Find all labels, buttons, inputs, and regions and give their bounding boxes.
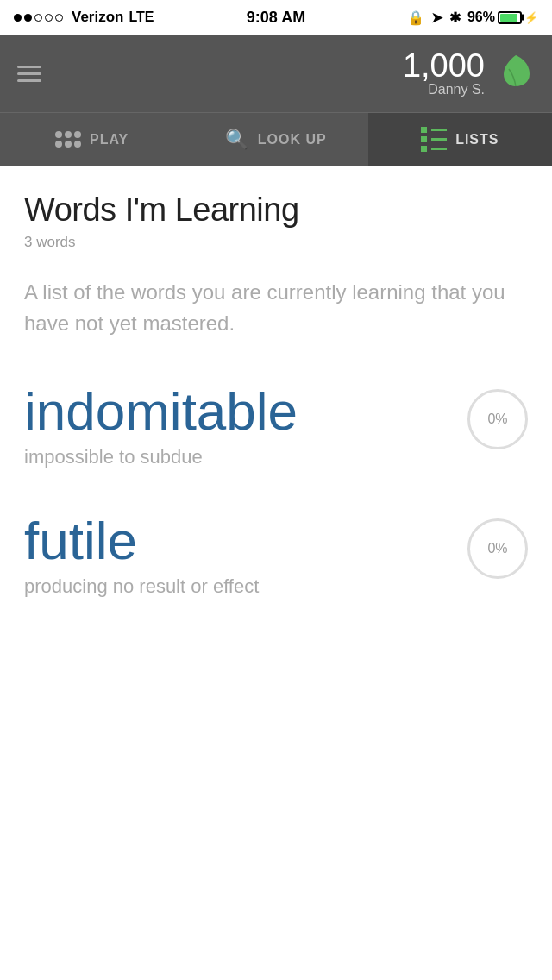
- points-section: 1,000 Danny S.: [403, 49, 485, 97]
- status-left: Verizon LTE: [14, 9, 154, 26]
- tab-play-label: PLAY: [90, 132, 129, 148]
- status-right: 🔒 ➤ ✱ 96% ⚡: [407, 9, 538, 26]
- search-icon: 🔍: [225, 129, 249, 151]
- list-icon: [421, 127, 447, 152]
- battery-container: 96% ⚡: [467, 9, 538, 25]
- charging-bolt-icon: ⚡: [524, 11, 538, 24]
- word-definition-2: producing no result or effect: [24, 575, 454, 598]
- word-definition-1: impossible to subdue: [24, 446, 454, 468]
- carrier-name: Verizon: [72, 9, 123, 26]
- word-item-futile[interactable]: futile producing no result or effect 0%: [24, 512, 528, 598]
- signal-dot-3: [34, 14, 42, 22]
- word-count: 3 words: [24, 234, 528, 251]
- tab-play[interactable]: PLAY: [0, 113, 184, 166]
- status-time: 9:08 AM: [247, 9, 305, 27]
- tab-lookup-label: LOOK UP: [258, 132, 327, 148]
- main-content: Words I'm Learning 3 words A list of the…: [0, 166, 552, 675]
- header-right: 1,000 Danny S.: [403, 49, 535, 97]
- signal-dot-5: [55, 14, 63, 22]
- signal-dots: [14, 14, 63, 22]
- battery-percent: 96%: [467, 9, 495, 25]
- nav-tabs: PLAY 🔍 LOOK UP LISTS: [0, 112, 552, 166]
- word-info-1: indomitable impossible to subdue: [24, 382, 454, 468]
- progress-text-1: 0%: [487, 411, 507, 427]
- hamburger-line-3: [17, 79, 41, 82]
- menu-button[interactable]: [17, 66, 41, 82]
- points-value: 1,000: [403, 49, 485, 82]
- tab-lookup[interactable]: 🔍 LOOK UP: [184, 113, 367, 166]
- signal-dot-1: [14, 14, 22, 22]
- app-header: 1,000 Danny S.: [0, 35, 552, 112]
- status-bar: Verizon LTE 9:08 AM 🔒 ➤ ✱ 96% ⚡: [0, 0, 552, 35]
- word-text-2: futile: [24, 512, 454, 570]
- progress-text-2: 0%: [487, 541, 507, 556]
- lock-icon: 🔒: [407, 9, 424, 26]
- page-title: Words I'm Learning: [24, 192, 528, 229]
- word-item-indomitable[interactable]: indomitable impossible to subdue 0%: [24, 382, 528, 468]
- battery-fill: [500, 14, 518, 22]
- play-icon: [55, 131, 81, 148]
- bluetooth-icon: ✱: [449, 9, 461, 26]
- word-info-2: futile producing no result or effect: [24, 512, 454, 598]
- hamburger-line-1: [17, 66, 41, 68]
- page-description: A list of the words you are currently le…: [24, 277, 528, 339]
- leaf-icon: [497, 52, 535, 96]
- signal-dot-2: [24, 14, 32, 22]
- battery-icon: [498, 11, 522, 24]
- tab-lists[interactable]: LISTS: [368, 113, 552, 166]
- signal-dot-4: [45, 14, 53, 22]
- tab-lists-label: LISTS: [455, 132, 499, 148]
- hamburger-line-2: [17, 72, 41, 75]
- location-icon: ➤: [431, 9, 442, 26]
- progress-circle-2: 0%: [467, 518, 528, 579]
- network-type: LTE: [129, 9, 154, 25]
- points-user: Danny S.: [403, 82, 485, 97]
- progress-circle-1: 0%: [467, 389, 528, 449]
- word-text-1: indomitable: [24, 382, 454, 441]
